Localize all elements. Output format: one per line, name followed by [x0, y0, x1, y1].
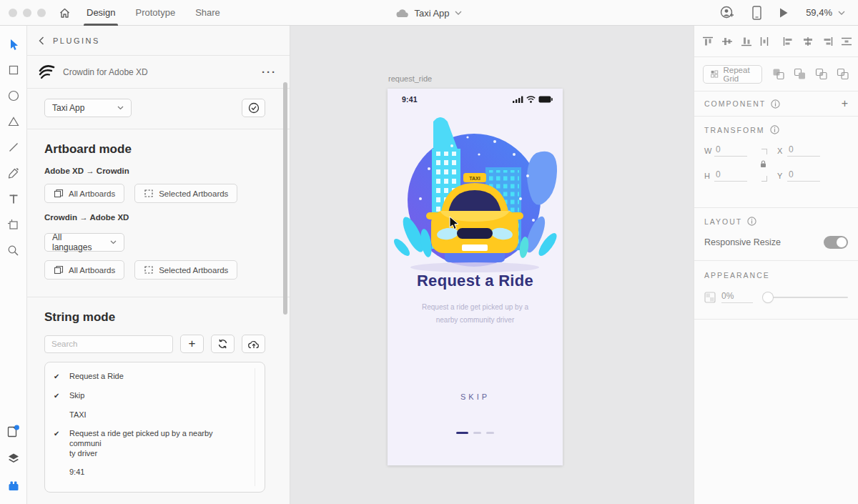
layers-panel-icon[interactable]	[5, 450, 22, 467]
back-chevron-icon[interactable]	[39, 36, 44, 45]
line-tool-icon[interactable]	[5, 139, 22, 156]
zoom-chevron-icon[interactable]	[838, 11, 845, 15]
string-text: Request a Ride	[69, 371, 124, 382]
chevron-down-icon	[110, 240, 117, 244]
minimize-window-icon[interactable]	[23, 9, 31, 17]
select-tool-icon[interactable]	[5, 36, 22, 53]
string-checkmark-icon: ✔	[54, 428, 69, 458]
page-dot	[486, 432, 494, 434]
x-input[interactable]	[787, 144, 820, 157]
assets-panel-icon[interactable]	[5, 423, 22, 440]
align-vertical-center-icon[interactable]	[721, 36, 734, 47]
component-label: COMPONENT	[704, 99, 766, 108]
tab-design[interactable]: Design	[87, 0, 115, 26]
info-icon[interactable]	[771, 99, 780, 109]
plus-icon: +	[189, 337, 196, 351]
responsive-resize-toggle[interactable]	[824, 236, 848, 249]
artboard-label[interactable]: request_ride	[388, 74, 432, 83]
taxi-illustration: TAXI	[388, 112, 563, 280]
languages-select[interactable]: All languages	[44, 233, 124, 252]
document-title[interactable]: Taxi App	[414, 8, 449, 19]
document-menu-chevron-icon[interactable]	[455, 11, 462, 15]
opacity-slider[interactable]	[764, 297, 848, 298]
device-preview-icon[interactable]	[752, 6, 761, 20]
text-tool-icon[interactable]	[5, 190, 22, 207]
plugins-panel-icon[interactable]	[5, 477, 22, 494]
onboarding-title: Request a Ride	[388, 272, 563, 290]
boolean-add-icon[interactable]	[772, 68, 785, 80]
string-text: Request a ride get picked up by a nearby…	[69, 428, 246, 458]
opacity-value[interactable]: 0%	[721, 291, 753, 303]
align-bottom-icon[interactable]	[740, 36, 753, 47]
all-artboards-button[interactable]: All Artboards	[44, 184, 124, 203]
selected-artboards-button[interactable]: Selected Artboards	[134, 184, 237, 203]
panel-scrollbar[interactable]	[283, 82, 287, 315]
cellular-signal-icon	[513, 96, 523, 103]
skip-button[interactable]: SKIP	[388, 392, 563, 401]
project-select[interactable]: Taxi App	[44, 99, 132, 117]
artboard-mode-title: Artboard mode	[44, 142, 265, 157]
component-section: COMPONENT +	[694, 92, 858, 117]
mode-tabs: Design Prototype Share	[87, 0, 240, 26]
canvas[interactable]: request_ride 9:41	[291, 26, 694, 504]
string-row[interactable]: ✔ Request a Ride	[45, 367, 265, 386]
boolean-intersect-icon[interactable]	[815, 68, 828, 80]
close-window-icon[interactable]	[9, 9, 17, 17]
sync-strings-button[interactable]	[211, 335, 235, 353]
rectangle-tool-icon[interactable]	[5, 61, 22, 79]
string-row[interactable]: ✔ Request a ride get picked up by a near…	[45, 424, 265, 463]
status-time: 9:41	[402, 95, 418, 104]
align-right-icon[interactable]	[821, 36, 834, 47]
plugin-overflow-menu[interactable]: ···	[262, 66, 277, 78]
string-text: 9:41	[69, 467, 84, 477]
align-horizontal-center-icon[interactable]	[802, 36, 814, 47]
opacity-slider-knob[interactable]	[763, 292, 773, 302]
invite-user-icon[interactable]	[719, 6, 735, 20]
play-preview-icon[interactable]	[779, 7, 789, 19]
window-controls[interactable]	[9, 9, 46, 17]
direction-xd-to-crowdin: Adobe XD → Crowdin	[44, 167, 265, 175]
selected-artboards-label: Selected Artboards	[159, 189, 228, 198]
distribute-horizontal-icon[interactable]	[840, 36, 853, 46]
string-row[interactable]: 9:41	[45, 463, 265, 481]
refresh-icon	[217, 339, 228, 349]
boolean-subtract-icon[interactable]	[794, 68, 807, 80]
home-icon[interactable]	[59, 7, 71, 19]
align-left-icon[interactable]	[782, 36, 795, 47]
selected-artboards-button-download[interactable]: Selected Artboards	[134, 260, 237, 280]
boolean-exclude-icon[interactable]	[837, 68, 849, 80]
ellipse-tool-icon[interactable]	[5, 87, 22, 104]
tab-prototype[interactable]: Prototype	[135, 0, 175, 26]
languages-select-value: All languages	[52, 232, 97, 252]
upload-strings-button[interactable]	[242, 335, 265, 353]
string-list[interactable]: ✔ Request a Ride ✔ Skip TAXI ✔ Request a…	[44, 362, 265, 493]
artboard-tool-icon[interactable]	[5, 216, 22, 233]
artboard-request-ride[interactable]: 9:41	[388, 89, 563, 465]
add-string-button[interactable]: +	[180, 335, 204, 353]
tab-share[interactable]: Share	[195, 0, 220, 26]
settings-check-button[interactable]	[242, 99, 265, 117]
y-input[interactable]	[787, 169, 820, 182]
align-top-icon[interactable]	[701, 36, 714, 47]
add-component-button[interactable]: +	[842, 97, 848, 110]
search-input[interactable]	[44, 335, 173, 353]
all-artboards-button-download[interactable]: All Artboards	[44, 260, 124, 280]
zoom-level[interactable]: 59,4%	[806, 7, 832, 18]
string-row[interactable]: TAXI	[45, 405, 265, 424]
repeat-grid-label: Repeat Grid	[724, 66, 754, 83]
zoom-control[interactable]: 59,4%	[806, 7, 845, 18]
info-icon[interactable]	[747, 217, 756, 226]
lock-aspect-icon[interactable]	[760, 160, 766, 168]
zoom-tool-icon[interactable]	[5, 242, 22, 259]
wifi-icon	[526, 96, 536, 103]
polygon-tool-icon[interactable]	[5, 113, 22, 130]
maximize-window-icon[interactable]	[37, 9, 46, 17]
pen-tool-icon[interactable]	[5, 164, 22, 182]
repeat-grid-button[interactable]: Repeat Grid	[703, 65, 762, 84]
height-input[interactable]	[714, 169, 747, 182]
width-input[interactable]	[714, 144, 747, 157]
info-icon[interactable]	[770, 125, 779, 134]
string-row[interactable]: ✔ Skip	[45, 386, 265, 405]
cloud-upload-icon	[248, 340, 260, 349]
distribute-vertical-icon[interactable]	[759, 36, 769, 47]
